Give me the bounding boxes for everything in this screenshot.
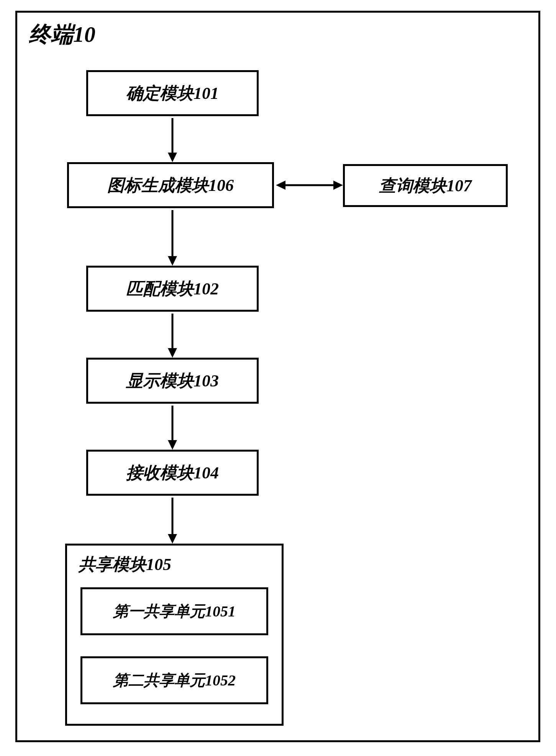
terminal-container: 终端10 确定模块101 图标生成模块106 查询模块107 匹配模块102 显… xyxy=(15,11,540,742)
submodule-1051-first-share: 第一共享单元1051 xyxy=(80,587,268,635)
arrow-103-to-104 xyxy=(167,406,178,450)
arrow-104-to-105 xyxy=(167,498,178,544)
svg-marker-5 xyxy=(168,348,177,358)
module-105-share: 共享模块105 第一共享单元1051 第二共享单元1052 xyxy=(65,544,284,726)
terminal-title: 终端10 xyxy=(29,20,95,49)
svg-marker-1 xyxy=(168,153,177,162)
module-107-label: 查询模块107 xyxy=(379,174,472,197)
module-101-label: 确定模块101 xyxy=(126,82,219,105)
module-103-label: 显示模块103 xyxy=(126,370,219,392)
svg-marker-7 xyxy=(168,440,177,450)
module-101-determine: 确定模块101 xyxy=(86,70,259,116)
arrow-106-107-bidirectional xyxy=(276,179,343,191)
svg-marker-11 xyxy=(276,181,285,190)
module-105-label: 共享模块105 xyxy=(79,553,270,576)
arrow-102-to-103 xyxy=(167,314,178,358)
module-103-display: 显示模块103 xyxy=(86,358,259,404)
svg-marker-12 xyxy=(333,181,343,190)
submodule-1052-second-share: 第二共享单元1052 xyxy=(80,656,268,704)
submodule-1052-label: 第二共享单元1052 xyxy=(113,670,236,691)
module-104-receive: 接收模块104 xyxy=(86,450,259,496)
svg-marker-9 xyxy=(168,534,177,544)
arrow-101-to-106 xyxy=(167,118,178,162)
module-102-label: 匹配模块102 xyxy=(126,278,219,300)
module-107-query: 查询模块107 xyxy=(343,164,508,207)
module-104-label: 接收模块104 xyxy=(126,462,219,484)
arrow-106-to-102 xyxy=(167,210,178,266)
module-106-label: 图标生成模块106 xyxy=(107,174,234,197)
submodule-1051-label: 第一共享单元1051 xyxy=(113,601,236,622)
module-106-icon-generate: 图标生成模块106 xyxy=(67,162,274,208)
svg-marker-3 xyxy=(168,256,177,266)
module-102-match: 匹配模块102 xyxy=(86,266,259,312)
